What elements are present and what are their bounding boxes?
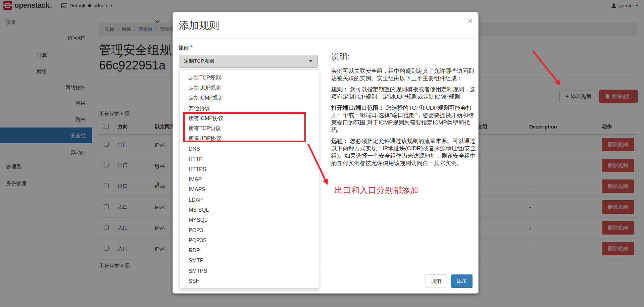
help-heading: 说明: [331, 51, 477, 62]
rule-type-select[interactable]: 定制TCP规则 [179, 55, 318, 68]
dropdown-option[interactable]: HTTP [180, 154, 319, 164]
help-paragraph-lead: 规则： [331, 86, 348, 93]
help-paragraph: 打开端口/端口范围： 您选择的TCP和UDP规则可能会打开一个或一组端口.选择"… [331, 104, 477, 134]
dropdown-option[interactable]: MS SQL [180, 205, 319, 215]
dropdown-option[interactable]: IMAP [180, 174, 319, 185]
dropdown-option[interactable]: RDP [180, 246, 319, 256]
dropdown-option[interactable]: SMTPS [180, 266, 319, 276]
cancel-button[interactable]: 取消 [426, 274, 447, 288]
help-paragraph: 实例可以关联安全组，组中的规则定义了允许哪些访问到达被关联的实例。安全组由以下三… [331, 67, 477, 82]
dropdown-option[interactable]: 其他协议 [180, 103, 319, 113]
dropdown-option[interactable]: SSH [180, 276, 319, 286]
dropdown-option[interactable]: 定制ICMP规则 [180, 93, 319, 103]
dropdown-option[interactable]: HTTPS [180, 164, 319, 174]
required-asterisk: * [190, 44, 193, 51]
modal-help-panel: 说明: 实例可以关联安全组，组中的规则定义了允许哪些访问到达被关联的实例。安全组… [331, 51, 477, 171]
dropdown-option[interactable]: LDAP [180, 195, 319, 205]
dropdown-option[interactable]: 所有ICMP协议 [180, 113, 319, 123]
help-paragraph-text: 您可以指定期望的规则模板或者使用定制规则，选项有定制TCP规则、定制UDP规则或… [331, 86, 476, 100]
dropdown-option[interactable]: IMAPS [180, 185, 319, 195]
dropdown-option[interactable]: POP3S [180, 236, 319, 246]
help-paragraph-text: 实例可以关联安全组，组中的规则定义了允许哪些访问到达被关联的实例。安全组由以下三… [331, 68, 474, 82]
chevron-down-icon [309, 60, 312, 62]
rule-type-dropdown-menu: 定制TCP规则 定制UDP规则 定制ICMP规则 其他协议 所有ICMP协议 所… [179, 69, 319, 288]
dropdown-option[interactable]: POP3 [180, 225, 319, 235]
rule-type-selected-value: 定制TCP规则 [184, 58, 214, 64]
add-rule-modal: 添加规则 × 规则* 定制TCP规则 定制TCP规则 定制UDP规则 定制ICM… [172, 12, 479, 294]
dropdown-option[interactable]: 定制TCP规则 [180, 73, 319, 83]
help-paragraph: 规则： 您可以指定期望的规则模板或者使用定制规则，选项有定制TCP规则、定制UD… [331, 86, 477, 101]
submit-add-button[interactable]: 添加 [451, 274, 473, 288]
dropdown-option[interactable]: 所有TCP协议 [180, 123, 319, 134]
dropdown-option[interactable]: 所有UDP协议 [180, 134, 319, 144]
modal-header-divider [173, 39, 478, 39]
close-icon[interactable]: × [468, 16, 473, 25]
help-paragraph: 远程： 您必须指定允许通过该规则的流量来源。可以通过以下两种方式实现：IP地址块… [331, 138, 477, 167]
annotation-note-text: 出口和入口分别都添加 [335, 185, 418, 196]
dropdown-option[interactable]: MYSQL [180, 215, 319, 225]
dropdown-option[interactable]: 定制UDP规则 [180, 83, 319, 93]
rule-field-label-text: 规则 [179, 45, 189, 51]
help-paragraph-text: 您必须指定允许通过该规则的流量来源。可以通过以下两种方式实现：IP地址块(CID… [331, 138, 476, 166]
rule-field-label: 规则* [179, 44, 193, 51]
dropdown-option[interactable]: DNS [180, 144, 319, 154]
help-paragraph-lead: 打开端口/端口范围： [331, 105, 384, 111]
dropdown-option[interactable]: SMTP [180, 256, 319, 266]
modal-title: 添加规则 [179, 19, 219, 33]
help-paragraph-lead: 远程： [331, 138, 348, 144]
